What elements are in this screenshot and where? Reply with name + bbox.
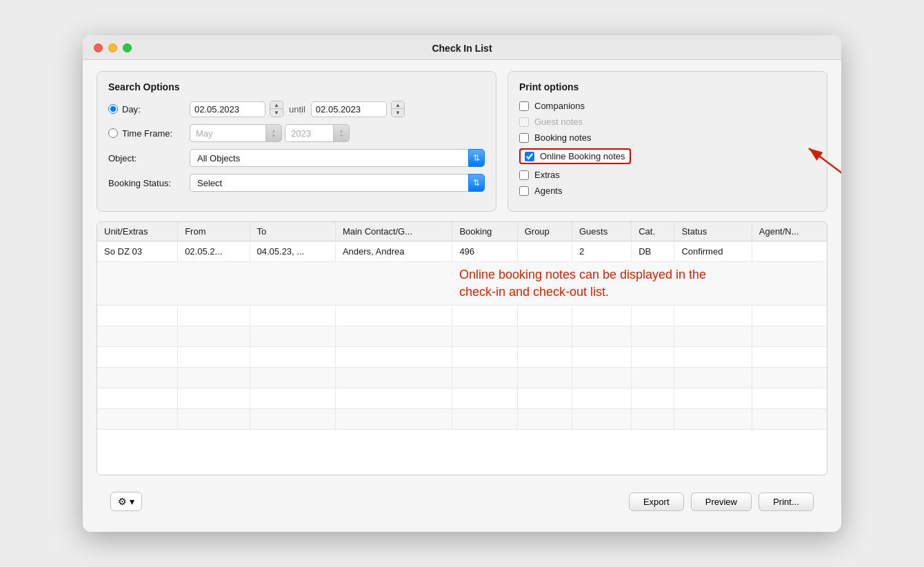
table-body: So DZ 03 02.05.2... 04.05.23, ... Anders… xyxy=(97,241,827,430)
month-stepper[interactable]: ▲▼ xyxy=(265,124,282,142)
arrow-annotation xyxy=(802,141,841,183)
date-from-display: 02.05.2023 xyxy=(190,101,265,117)
object-select-wrapper: All Objects ⇅ xyxy=(190,149,485,167)
object-row: Object: All Objects ⇅ xyxy=(108,149,485,167)
booking-status-label: Booking Status: xyxy=(108,178,184,188)
main-table: Unit/Extras From To Main Contact/G... Bo… xyxy=(97,222,827,430)
print-option-companions: Companions xyxy=(519,101,816,111)
date-to-up[interactable]: ▲ xyxy=(392,101,404,109)
table-row[interactable] xyxy=(97,326,827,347)
window-body: Search Options Day: 02.05.2023 ▲ ▼ xyxy=(83,60,841,532)
export-button[interactable]: Export xyxy=(629,493,684,511)
cell-cat: DB xyxy=(632,241,674,262)
companions-label: Companions xyxy=(534,101,585,111)
cell-guests: 2 xyxy=(572,241,631,262)
print-option-booking-notes: Booking notes xyxy=(519,132,816,143)
title-bar: Check In List xyxy=(83,35,841,60)
online-booking-notes-label: Online Booking notes xyxy=(540,151,625,161)
year-select-wrapper: 2023 ▲▼ xyxy=(285,124,350,142)
guest-notes-checkbox[interactable] xyxy=(519,117,529,127)
extras-checkbox[interactable] xyxy=(519,170,529,180)
table-header-row: Unit/Extras From To Main Contact/G... Bo… xyxy=(97,222,827,241)
table-row[interactable] xyxy=(97,347,827,368)
cell-agent xyxy=(752,241,827,262)
table-row[interactable]: Online booking notes can be displayed in… xyxy=(97,262,827,306)
booking-status-value: Select xyxy=(190,174,468,192)
cell-unit: So DZ 03 xyxy=(97,241,178,262)
day-radio-label[interactable]: Day: xyxy=(108,104,184,115)
annotation-cell xyxy=(97,262,452,306)
main-table-container: Unit/Extras From To Main Contact/G... Bo… xyxy=(97,221,827,475)
object-value: All Objects xyxy=(190,149,468,167)
date-to-down[interactable]: ▼ xyxy=(392,109,404,117)
cell-from: 02.05.2... xyxy=(178,241,250,262)
cell-status: Confirmed xyxy=(674,241,752,262)
timeframe-radio[interactable] xyxy=(108,128,118,138)
cell-group xyxy=(517,241,572,262)
col-booking: Booking xyxy=(452,222,517,241)
table-row[interactable]: So DZ 03 02.05.2... 04.05.23, ... Anders… xyxy=(97,241,827,262)
timeframe-row: Time Frame: May ▲▼ xyxy=(108,124,485,142)
col-from: From xyxy=(178,222,250,241)
top-panels: Search Options Day: 02.05.2023 ▲ ▼ xyxy=(97,71,827,212)
svg-line-1 xyxy=(809,148,841,179)
print-option-guest-notes: Guest notes xyxy=(519,117,816,127)
annotation-text-cell: Online booking notes can be displayed in… xyxy=(452,262,827,306)
col-unit-extras: Unit/Extras xyxy=(97,222,178,241)
companions-checkbox[interactable] xyxy=(519,101,529,111)
traffic-lights xyxy=(94,43,132,52)
year-stepper[interactable]: ▲▼ xyxy=(333,124,350,142)
date-from-stepper[interactable]: ▲ ▼ xyxy=(270,101,283,117)
date-from-wrapper: 02.05.2023 ▲ ▼ xyxy=(190,101,283,117)
table-row[interactable] xyxy=(97,306,827,326)
col-to: To xyxy=(250,222,335,241)
extras-label: Extras xyxy=(534,170,560,180)
timeframe-radio-label[interactable]: Time Frame: xyxy=(108,128,184,139)
gear-menu-button[interactable]: ⚙ ▾ xyxy=(110,492,142,511)
print-option-extras: Extras xyxy=(519,170,816,180)
print-option-online-booking-notes: Online Booking notes xyxy=(519,148,816,164)
col-guests: Guests xyxy=(572,222,631,241)
bottom-bar: ⚙ ▾ Export Preview Print... xyxy=(97,485,827,521)
print-options-panel: Print options Companions Guest notes Boo… xyxy=(508,71,827,212)
booking-notes-checkbox[interactable] xyxy=(519,133,529,143)
col-cat: Cat. xyxy=(632,222,674,241)
table-row[interactable] xyxy=(97,409,827,430)
online-booking-notes-checkbox[interactable] xyxy=(525,152,534,161)
day-radio[interactable] xyxy=(108,104,118,114)
booking-status-select-wrapper: Select ⇅ xyxy=(190,174,485,192)
date-from-down[interactable]: ▼ xyxy=(270,109,283,117)
col-agent: Agent/N... xyxy=(752,222,827,241)
month-select-wrapper: May ▲▼ xyxy=(190,124,282,142)
timeframe-label: Time Frame: xyxy=(122,128,172,139)
day-row: Day: 02.05.2023 ▲ ▼ until xyxy=(108,101,485,117)
print-button[interactable]: Print... xyxy=(759,493,814,511)
table-header: Unit/Extras From To Main Contact/G... Bo… xyxy=(97,222,827,241)
minimize-button[interactable] xyxy=(108,43,117,52)
maximize-button[interactable] xyxy=(123,43,132,52)
timeframe-selects: May ▲▼ 2023 xyxy=(190,124,350,142)
until-label: until xyxy=(289,104,305,115)
booking-status-dropdown-btn[interactable]: ⇅ xyxy=(468,174,485,192)
main-window: Check In List Search Options Day: 02.05.… xyxy=(83,35,841,532)
gear-dropdown-arrow: ▾ xyxy=(130,496,134,507)
print-options-title: Print options xyxy=(519,81,816,92)
online-booking-notes-highlight: Online Booking notes xyxy=(519,148,631,164)
col-main-contact: Main Contact/G... xyxy=(335,222,452,241)
object-label: Object: xyxy=(108,153,184,163)
action-buttons: Export Preview Print... xyxy=(629,493,814,511)
date-to-wrapper: 02.05.2023 ▲ ▼ xyxy=(311,101,405,117)
cell-booking: 496 xyxy=(452,241,517,262)
table-row[interactable] xyxy=(97,368,827,388)
date-to-stepper[interactable]: ▲ ▼ xyxy=(391,101,405,117)
day-label: Day: xyxy=(122,104,141,115)
agents-checkbox[interactable] xyxy=(519,186,529,196)
date-from-up[interactable]: ▲ xyxy=(270,101,283,109)
annotation-message: Online booking notes can be displayed in… xyxy=(459,268,706,299)
close-button[interactable] xyxy=(94,43,103,52)
preview-button[interactable]: Preview xyxy=(691,493,752,511)
booking-status-row: Booking Status: Select ⇅ xyxy=(108,174,485,192)
table-row[interactable] xyxy=(97,388,827,409)
cell-contact: Anders, Andrea xyxy=(335,241,452,262)
object-dropdown-btn[interactable]: ⇅ xyxy=(468,149,485,167)
